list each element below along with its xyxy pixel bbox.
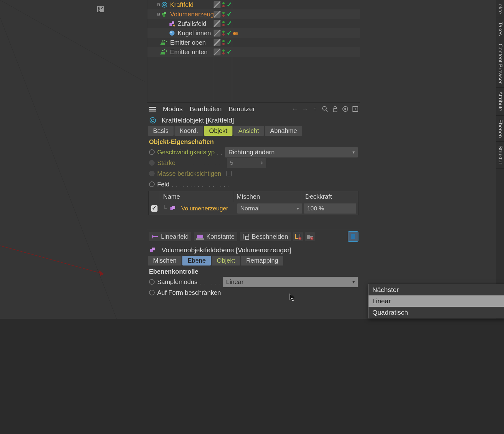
svg-rect-20: [160, 52, 165, 54]
samplemodus-select[interactable]: Linear▾: [223, 277, 358, 287]
collapse-icon[interactable]: ⊟: [156, 12, 161, 16]
add-beschneiden-button[interactable]: Beschneiden: [240, 232, 291, 241]
field-preview-icon[interactable]: [348, 232, 358, 241]
svg-rect-38: [196, 238, 204, 240]
anim-dot[interactable]: [149, 279, 155, 285]
prop-samplemodus-label: Samplemodus: [157, 278, 198, 286]
lock-icon[interactable]: [331, 105, 339, 113]
vp-frame-icon[interactable]: [135, 6, 144, 15]
col-opacity: Deckkraft: [302, 191, 358, 202]
force-field-icon: [149, 117, 157, 124]
attr-object-title: Kraftfeldobjekt [Kraftfeld]: [162, 117, 234, 124]
tab-objekt-2[interactable]: Objekt: [212, 256, 240, 266]
field-row-name: Volumenerzeuger: [181, 205, 228, 212]
add-konstante-button[interactable]: Konstante: [194, 232, 237, 241]
object-label: Kraftfeld: [170, 1, 193, 9]
tree-row[interactable]: ⊟Kraftfeld ✓: [147, 0, 360, 9]
new-window-icon[interactable]: +: [352, 105, 359, 113]
viewport[interactable]: [0, 0, 146, 319]
svg-text:+: +: [354, 106, 357, 111]
field-row-enable-checkbox[interactable]: [151, 205, 158, 212]
layer-toggle[interactable]: [214, 30, 220, 37]
field-row-opacity-input[interactable]: 100 %: [304, 203, 356, 214]
right-side-tabs: ekteTakesContent BrowserAttributeEbenenS…: [496, 0, 504, 319]
anim-dot[interactable]: [149, 149, 155, 155]
menu-edit[interactable]: Bearbeiten: [190, 105, 222, 113]
menu-icon[interactable]: [149, 107, 156, 111]
tab-remapping[interactable]: Remapping: [241, 256, 283, 266]
layer-toggle[interactable]: [214, 1, 220, 8]
layer-toggle[interactable]: [214, 39, 220, 46]
tab-basis[interactable]: Basis: [148, 126, 174, 136]
menu-user[interactable]: Benutzer: [229, 105, 255, 113]
prop-field-label: Feld: [157, 181, 169, 188]
anim-dot[interactable]: [149, 290, 155, 295]
tab-koord[interactable]: Koord.: [175, 126, 203, 136]
tab-abnahme[interactable]: Abnahme: [265, 126, 302, 136]
enable-check-icon[interactable]: ✓: [226, 29, 232, 37]
prop-strength-label: Stärke: [157, 159, 175, 167]
svg-point-23: [166, 50, 167, 52]
layer-toggle[interactable]: [214, 49, 220, 55]
svg-text:+: +: [311, 237, 313, 240]
side-tab[interactable]: Ebenen: [496, 116, 504, 142]
svg-point-7: [163, 4, 165, 6]
force-field-icon: [161, 1, 168, 9]
object-manager: ⊟Kraftfeld ✓⊟Volumenerzeuger ✓Zufallsfel…: [147, 0, 360, 101]
svg-rect-34: [172, 206, 175, 209]
side-tab[interactable]: Content Browser: [496, 40, 504, 88]
svg-rect-37: [197, 235, 203, 239]
section-objekt-eigenschaften: Objekt-Eigenschaften: [147, 136, 360, 147]
field-list: Name Mischen Deckkraft └ Volumenerzeuger…: [148, 191, 358, 215]
search-icon[interactable]: [321, 105, 329, 113]
tree-row[interactable]: Zufallsfeld ✓: [147, 19, 360, 28]
svg-rect-9: [164, 12, 166, 14]
record-icon[interactable]: [341, 105, 349, 113]
dropdown-item[interactable]: Quadratisch: [369, 307, 504, 318]
svg-rect-5: [100, 9, 103, 12]
volume-gen-icon: [169, 205, 177, 212]
add-folder-icon[interactable]: +: [305, 232, 315, 241]
side-tab[interactable]: Struktur: [496, 142, 504, 168]
side-tab[interactable]: ekte: [496, 0, 504, 18]
tab-mischen[interactable]: Mischen: [148, 256, 181, 266]
dropdown-item[interactable]: Nächster: [369, 284, 504, 295]
svg-point-32: [152, 119, 154, 122]
field-row-mix-select[interactable]: Normal▾: [237, 203, 302, 214]
timeline-area[interactable]: [0, 319, 504, 434]
tab-ebene[interactable]: Ebene: [182, 256, 211, 266]
svg-point-13: [173, 25, 175, 26]
material-tag-icon[interactable]: [233, 29, 238, 37]
enable-check-icon[interactable]: ✓: [226, 1, 232, 9]
enable-check-icon[interactable]: ✓: [226, 10, 232, 18]
nav-up-icon[interactable]: ↑: [311, 105, 319, 113]
layer-toggle[interactable]: [214, 11, 220, 18]
add-field-icon[interactable]: +: [293, 232, 303, 241]
emitter-icon: [161, 39, 168, 46]
menu-mode[interactable]: Modus: [163, 105, 183, 113]
layer-toggle[interactable]: [214, 20, 220, 27]
nav-back-icon[interactable]: ←: [291, 105, 299, 113]
prop-speed-type-label: Geschwindigkeitstyp: [157, 149, 215, 156]
side-tab[interactable]: Takes: [496, 18, 504, 40]
add-linearfeld-button[interactable]: Linearfeld: [149, 232, 191, 241]
field-row[interactable]: └ Volumenerzeuger Normal▾ 100 %: [149, 202, 358, 215]
enable-check-icon[interactable]: ✓: [226, 38, 232, 47]
nav-fwd-icon[interactable]: →: [301, 105, 309, 113]
dropdown-item[interactable]: Linear: [369, 295, 504, 307]
svg-point-14: [169, 31, 175, 36]
anim-dot[interactable]: [149, 181, 155, 187]
prop-clamp-label: Auf Form beschränken: [157, 289, 221, 296]
enable-check-icon[interactable]: ✓: [226, 20, 232, 28]
collapse-icon[interactable]: ⊟: [156, 3, 161, 7]
tree-row[interactable]: ⊟Volumenerzeuger ✓: [147, 9, 360, 19]
side-tab[interactable]: Attribute: [496, 88, 504, 115]
tab-objekt[interactable]: Objekt: [204, 126, 232, 136]
enable-check-icon[interactable]: ✓: [226, 48, 232, 56]
tree-row[interactable]: Emitter oben ✓: [147, 38, 360, 47]
tree-row[interactable]: Emitter unten ✓: [147, 47, 360, 57]
svg-rect-26: [333, 109, 337, 112]
tab-ansicht[interactable]: Ansicht: [233, 126, 264, 136]
tree-row[interactable]: Kugel innen ✓: [147, 28, 360, 38]
speed-type-select[interactable]: Richtung ändern▾: [225, 147, 358, 157]
